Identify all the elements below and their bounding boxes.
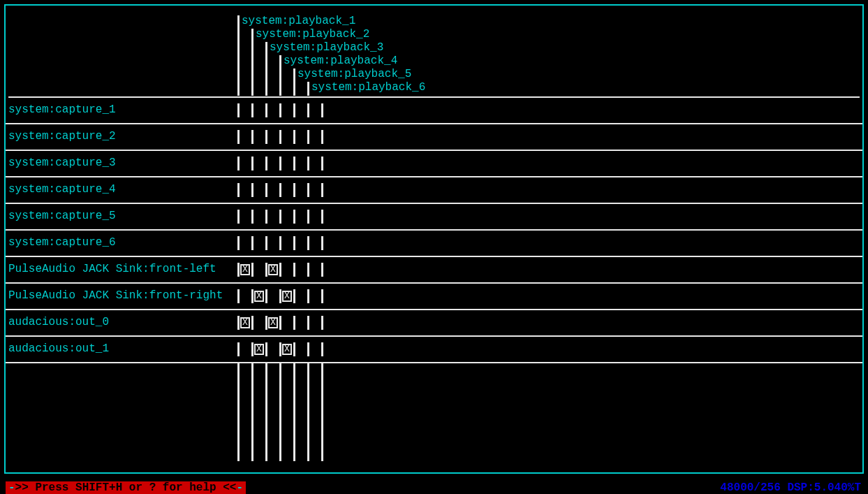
cell-separator bbox=[251, 263, 253, 277]
cell-separator bbox=[279, 103, 281, 117]
col-sep bbox=[307, 82, 309, 96]
cell-separator bbox=[237, 130, 240, 144]
cell-separator bbox=[237, 183, 240, 197]
cell-separator bbox=[251, 130, 253, 144]
cell-separator bbox=[293, 316, 295, 330]
cell-separator bbox=[307, 342, 309, 356]
cell-separator bbox=[307, 316, 309, 330]
input-port-row[interactable]: system:capture_2 bbox=[6, 124, 862, 151]
output-port-label[interactable]: system:playback_5 bbox=[297, 68, 411, 80]
cell-separator bbox=[293, 157, 295, 170]
cell-separator bbox=[321, 210, 323, 224]
help-hint: ->> Press SHIFT+H or ? for help <<- bbox=[6, 481, 246, 494]
cell-separator bbox=[307, 157, 309, 170]
input-port-label[interactable]: system:capture_6 bbox=[8, 236, 116, 249]
cell-separator bbox=[293, 289, 295, 303]
cell-separator bbox=[321, 236, 323, 250]
input-port-row[interactable]: audacious:out_0 bbox=[6, 310, 862, 337]
status-bar: ->> Press SHIFT+H or ? for help <<- 4800… bbox=[6, 481, 861, 494]
cell-separator bbox=[293, 342, 295, 356]
connection-marker[interactable] bbox=[282, 291, 292, 302]
column-line bbox=[321, 363, 323, 461]
column-line bbox=[293, 363, 295, 461]
help-text: >> Press SHIFT+H or ? for help << bbox=[15, 481, 237, 494]
input-port-label[interactable]: audacious:out_0 bbox=[8, 316, 109, 328]
cell-separator bbox=[265, 342, 267, 356]
cell-separator bbox=[279, 263, 281, 277]
cell-separator bbox=[251, 316, 253, 330]
cell-separator bbox=[321, 130, 323, 144]
cell-separator bbox=[279, 157, 281, 170]
output-port-label[interactable]: system:playback_2 bbox=[256, 28, 369, 41]
cell-separator bbox=[251, 342, 253, 356]
column-line bbox=[279, 363, 281, 461]
cell-separator bbox=[237, 210, 240, 224]
cell-separator bbox=[293, 236, 295, 250]
column-line bbox=[237, 363, 240, 461]
cell-separator bbox=[307, 103, 309, 117]
cell-separator bbox=[251, 103, 253, 117]
input-port-row[interactable]: PulseAudio JACK Sink:front-left bbox=[6, 257, 862, 284]
input-port-row[interactable]: system:capture_4 bbox=[6, 177, 862, 204]
cell-separator bbox=[237, 236, 240, 250]
cell-separator bbox=[265, 263, 267, 277]
cell-separator bbox=[265, 236, 267, 250]
output-port-label[interactable]: system:playback_3 bbox=[270, 41, 383, 54]
cell-separator bbox=[265, 103, 267, 117]
input-port-label[interactable]: PulseAudio JACK Sink:front-right bbox=[8, 289, 223, 302]
cell-separator bbox=[265, 210, 267, 224]
output-port-label[interactable]: system:playback_6 bbox=[311, 81, 425, 94]
output-port-label[interactable]: system:playback_1 bbox=[242, 15, 355, 27]
input-port-row[interactable]: system:capture_3 bbox=[6, 151, 862, 177]
connection-marker[interactable] bbox=[268, 264, 278, 275]
cell-separator bbox=[307, 210, 309, 224]
connection-marker[interactable] bbox=[240, 264, 250, 275]
col-sep bbox=[279, 55, 281, 96]
input-port-row[interactable]: system:capture_6 bbox=[6, 231, 862, 257]
cell-separator bbox=[237, 263, 240, 277]
cell-separator bbox=[237, 103, 240, 117]
cell-separator bbox=[279, 342, 281, 356]
cell-separator bbox=[237, 289, 240, 303]
cell-separator bbox=[321, 342, 323, 356]
input-port-label[interactable]: system:capture_4 bbox=[8, 183, 116, 196]
connection-marker[interactable] bbox=[282, 344, 292, 355]
cell-separator bbox=[321, 183, 323, 197]
cell-separator bbox=[307, 130, 309, 144]
cell-separator bbox=[321, 263, 323, 277]
input-port-row[interactable]: audacious:out_1 bbox=[6, 337, 862, 363]
cell-separator bbox=[321, 103, 323, 117]
cell-separator bbox=[293, 210, 295, 224]
input-port-label[interactable]: system:capture_5 bbox=[8, 210, 116, 222]
input-port-label[interactable]: system:capture_2 bbox=[8, 130, 116, 143]
cell-separator bbox=[293, 103, 295, 117]
input-port-row[interactable]: system:capture_1 bbox=[6, 98, 862, 124]
input-port-label[interactable]: PulseAudio JACK Sink:front-left bbox=[8, 263, 216, 275]
col-sep bbox=[293, 68, 295, 96]
connection-marker[interactable] bbox=[254, 344, 264, 355]
input-port-label[interactable]: system:capture_1 bbox=[8, 103, 116, 116]
input-port-label[interactable]: audacious:out_1 bbox=[8, 342, 109, 355]
connection-marker[interactable] bbox=[240, 317, 250, 328]
col-sep bbox=[251, 29, 253, 96]
input-port-label[interactable]: system:capture_3 bbox=[8, 157, 116, 169]
connection-marker[interactable] bbox=[254, 291, 264, 302]
cell-separator bbox=[307, 263, 309, 277]
cell-separator bbox=[321, 289, 323, 303]
input-port-row[interactable]: PulseAudio JACK Sink:front-right bbox=[6, 284, 862, 310]
col-sep bbox=[237, 15, 240, 96]
input-port-row[interactable]: system:capture_5 bbox=[6, 204, 862, 231]
connection-marker[interactable] bbox=[268, 317, 278, 328]
cell-separator bbox=[279, 183, 281, 197]
cell-separator bbox=[307, 183, 309, 197]
cell-separator bbox=[307, 289, 309, 303]
cell-separator bbox=[293, 183, 295, 197]
cell-separator bbox=[279, 210, 281, 224]
cell-separator bbox=[265, 316, 267, 330]
cell-separator bbox=[237, 157, 240, 170]
output-port-label[interactable]: system:playback_4 bbox=[284, 55, 397, 67]
cell-separator bbox=[293, 130, 295, 144]
column-line bbox=[265, 363, 267, 461]
cell-separator bbox=[251, 236, 253, 250]
cell-separator bbox=[265, 289, 267, 303]
